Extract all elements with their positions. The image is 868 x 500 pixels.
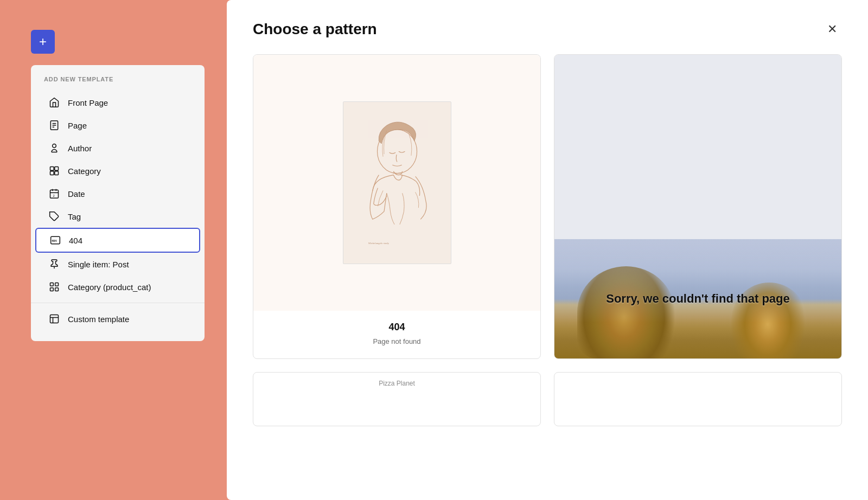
sidebar-item-label: Tag: [68, 212, 81, 221]
sidebar-item-label: Front Page: [68, 98, 108, 107]
svg-rect-9: [55, 171, 59, 175]
sidebar-item-label: Date: [68, 189, 85, 198]
author-icon: [48, 142, 60, 154]
sidebar-item-page[interactable]: Page: [35, 114, 200, 137]
tag-icon: [48, 210, 60, 222]
pizza-planet-label: Pizza Planet: [371, 373, 423, 393]
pin-icon: [48, 258, 60, 270]
sidebar-item-label: Author: [68, 144, 92, 153]
sidebar-item-label: Category: [68, 166, 101, 176]
pattern-card-sublabel: Page not found: [364, 337, 429, 358]
sidebar-title: ADD NEW TEMPLATE: [31, 76, 205, 91]
modal: Choose a pattern ✕: [227, 0, 868, 500]
add-new-template-button[interactable]: +: [31, 30, 55, 54]
svg-rect-19: [50, 283, 54, 286]
svg-text:2: 2: [53, 194, 55, 197]
svg-rect-20: [55, 283, 59, 286]
svg-rect-7: [55, 167, 59, 171]
pattern-card-image-monet: Sorry, we couldn't find that page: [554, 55, 841, 358]
sidebar-item-tag[interactable]: Tag: [35, 205, 200, 228]
category-grid-icon: [48, 281, 60, 293]
svg-text:Michelangelo study: Michelangelo study: [368, 242, 390, 245]
svg-rect-22: [55, 288, 59, 291]
pattern-card-image: Michelangelo study: [253, 55, 540, 311]
home-icon: [48, 97, 60, 108]
page-icon: [48, 119, 60, 131]
sketch-image: Michelangelo study: [343, 101, 451, 264]
pattern-card-404-sketch[interactable]: Michelangelo study 404 Page not found: [253, 54, 541, 359]
modal-header: Choose a pattern ✕: [227, 0, 868, 54]
pattern-card-pizza-planet[interactable]: Pizza Planet: [253, 372, 541, 426]
svg-rect-8: [50, 171, 54, 175]
svg-point-4: [53, 144, 56, 148]
category-icon: [48, 165, 60, 177]
pattern-card-4[interactable]: [554, 372, 842, 426]
template-icon: [48, 313, 60, 325]
sidebar-item-label: Custom template: [68, 315, 129, 324]
modal-title: Choose a pattern: [253, 21, 377, 38]
svg-rect-21: [50, 288, 54, 291]
date-icon: 2: [48, 188, 60, 200]
sidebar-item-label: Single item: Post: [68, 260, 129, 269]
close-icon: ✕: [827, 22, 837, 36]
sidebar-item-custom-template[interactable]: Custom template: [35, 307, 200, 330]
sidebar-item-label: 404: [69, 236, 82, 245]
sidebar-item-category-product[interactable]: Category (product_cat): [35, 275, 200, 298]
404-icon: 404: [49, 234, 61, 246]
sidebar-item-date[interactable]: 2 Date: [35, 182, 200, 205]
monet-overlay-text: Sorry, we couldn't find that page: [597, 282, 799, 316]
sidebar-item-label: Category (product_cat): [68, 283, 151, 292]
sidebar-item-label: Page: [68, 121, 87, 130]
pattern-card-404-monet[interactable]: Sorry, we couldn't find that page: [554, 54, 842, 359]
plus-icon: +: [39, 34, 47, 49]
svg-text:404: 404: [52, 239, 56, 242]
pizza-label-text: Pizza Planet: [379, 380, 415, 387]
sidebar-item-author[interactable]: Author: [35, 137, 200, 159]
svg-rect-23: [50, 315, 59, 323]
sidebar-divider: [31, 303, 205, 303]
sidebar-item-category[interactable]: Category: [35, 159, 200, 182]
sidebar-item-single-item-post[interactable]: Single item: Post: [35, 253, 200, 275]
sidebar-item-404[interactable]: 404 404: [35, 228, 200, 253]
close-button[interactable]: ✕: [822, 20, 842, 39]
svg-rect-6: [50, 167, 54, 171]
pattern-card-label: 404: [380, 311, 413, 337]
sidebar-item-front-page[interactable]: Front Page: [35, 91, 200, 114]
pattern-grid: Michelangelo study 404 Page not found: [227, 54, 868, 489]
sketch-figure-svg: Michelangelo study: [351, 115, 443, 251]
sidebar: ADD NEW TEMPLATE Front Page Page: [31, 65, 205, 341]
